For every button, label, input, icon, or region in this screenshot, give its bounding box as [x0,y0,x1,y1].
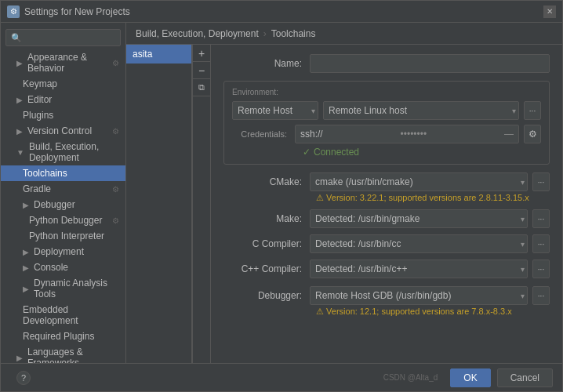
debugger-warning: ⚠ Version: 12.1; supported versions are … [316,307,550,317]
settings-icon: ⚙ [112,216,119,225]
connected-row: ✓ Connected [232,147,541,158]
cmake-dots-button[interactable]: ··· [532,172,550,191]
cpp-compiler-control: Detected: /usr/bin/c++ ▾ ··· [310,260,550,278]
expand-icon: ▶ [23,263,29,272]
sidebar-item-plugins[interactable]: Plugins [1,107,125,123]
check-icon: ✓ [303,147,311,158]
sidebar-item-languages[interactable]: ▶ Languages & Frameworks [1,344,125,363]
sidebar-item-embedded[interactable]: Embedded Development [1,302,125,328]
help-button[interactable]: ? [16,371,31,385]
debugger-warning-row: ⚠ Version: 12.1; supported versions are … [223,307,550,317]
environment-control: Remote Host Local Docker WSL ▾ [232,101,541,120]
sidebar-item-label: Gradle [23,183,51,194]
cancel-button[interactable]: Cancel [497,368,553,387]
debugger-select[interactable]: Remote Host GDB (/usr/bin/gdb) [310,286,528,305]
sidebar-item-build[interactable]: ▼ Build, Execution, Deployment [1,139,125,165]
toolchain-list-area: asita + − ⧉ [126,45,210,363]
sidebar-item-version-control[interactable]: ▶ Version Control ⚙ [1,123,125,139]
make-dots-button[interactable]: ··· [532,209,550,228]
c-compiler-select[interactable]: Detected: /usr/bin/cc [310,234,528,253]
sidebar-item-label: Version Control [27,125,92,136]
settings-window: ⚙ Settings for New Projects ✕ 🔍 ▶ Appear… [0,0,563,392]
title-bar-title: Settings for New Projects [24,6,130,17]
credentials-gear-button[interactable]: ⚙ [524,125,541,143]
debugger-section: Debugger: Remote Host GDB (/usr/bin/gdb)… [223,286,550,317]
debugger-select-wrapper[interactable]: Remote Host GDB (/usr/bin/gdb) ▾ [310,286,528,305]
cmake-select[interactable]: cmake (/usr/bin/cmake) [310,172,528,191]
environment-select-wrapper[interactable]: Remote Host Local Docker WSL ▾ [232,101,318,120]
sidebar-item-appearance[interactable]: ▶ Appearance & Behavior ⚙ [1,49,125,76]
cpp-compiler-row: C++ Compiler: Detected: /usr/bin/c++ ▾ ·… [223,260,550,278]
title-bar: ⚙ Settings for New Projects ✕ [1,1,562,23]
host-select-wrapper[interactable]: Remote Linux host ▾ [323,101,519,120]
copy-toolchain-button[interactable]: ⧉ [193,79,210,96]
add-toolchain-button[interactable]: + [193,45,210,62]
settings-icon: ⚙ [112,127,119,136]
c-compiler-dots-button[interactable]: ··· [532,234,550,253]
host-select[interactable]: Remote Linux host [323,101,519,120]
settings-area: Name: Environment: Remote Hos [211,45,562,363]
cpp-compiler-select[interactable]: Detected: /usr/bin/c++ [310,260,528,278]
expand-icon: ▶ [16,96,23,104]
environment-row: Remote Host Local Docker WSL ▾ [232,101,541,120]
sidebar: 🔍 ▶ Appearance & Behavior ⚙ Keymap ▶ Edi… [1,23,126,363]
search-box[interactable]: 🔍 [5,29,121,46]
credentials-host: •••••••• [326,129,501,140]
ok-button[interactable]: OK [450,368,490,387]
cmake-select-wrapper[interactable]: cmake (/usr/bin/cmake) ▾ [310,172,528,191]
environment-section: Environment: Remote Host Local Docker WS… [223,81,550,165]
sidebar-item-dynamic-analysis[interactable]: ▶ Dynamic Analysis Tools [1,275,125,302]
cpp-compiler-dots-button[interactable]: ··· [532,260,550,278]
expand-icon: ▶ [16,354,23,362]
sidebar-item-keymap[interactable]: Keymap [1,76,125,92]
close-button[interactable]: ✕ [543,5,556,18]
debugger-label: Debugger: [223,290,310,301]
search-icon: 🔍 [11,33,22,43]
sidebar-item-label: Required Plugins [23,331,94,342]
sidebar-item-toolchains[interactable]: Toolchains [1,165,125,181]
sidebar-item-label: Deployment [34,246,84,257]
sidebar-item-debugger[interactable]: ▶ Debugger [1,197,125,212]
sidebar-item-editor[interactable]: ▶ Editor [1,92,125,107]
sidebar-item-label: Python Interpreter [29,230,104,241]
sidebar-item-label: Keymap [23,78,57,89]
credentials-field-display: ssh:// •••••••• — [295,125,519,143]
name-input[interactable] [310,54,550,73]
toolchain-action-buttons: + − ⧉ [192,45,210,363]
sidebar-item-console[interactable]: ▶ Console [1,260,125,275]
cmake-label: CMake: [223,176,310,187]
c-compiler-select-wrapper[interactable]: Detected: /usr/bin/cc ▾ [310,234,528,253]
cmake-control: cmake (/usr/bin/cmake) ▾ ··· [310,172,550,191]
sidebar-item-python-interpreter[interactable]: Python Interpreter [1,228,125,244]
make-select-wrapper[interactable]: Detected: /usr/bin/gmake ▾ [310,209,528,228]
cmake-row: CMake: cmake (/usr/bin/cmake) ▾ ··· [223,172,550,191]
debugger-row: Debugger: Remote Host GDB (/usr/bin/gdb)… [223,286,550,305]
app-icon: ⚙ [7,5,20,18]
host-dots-button[interactable]: ··· [524,101,541,120]
search-input[interactable] [24,33,115,42]
expand-icon: ▶ [23,201,29,209]
environment-select[interactable]: Remote Host Local Docker WSL [232,101,318,120]
debugger-dots-button[interactable]: ··· [532,286,550,305]
sidebar-item-gradle[interactable]: Gradle ⚙ [1,181,125,197]
sidebar-item-required-plugins[interactable]: Required Plugins [1,328,125,344]
sidebar-item-label: Build, Execution, Deployment [29,141,119,163]
connected-label: Connected [314,147,359,158]
breadcrumb: Build, Execution, Deployment › Toolchain… [126,23,562,45]
sidebar-item-label: Editor [27,94,52,105]
sidebar-item-python-debugger[interactable]: Python Debugger ⚙ [1,212,125,228]
title-bar-left: ⚙ Settings for New Projects [7,5,130,18]
name-row: Name: [223,54,550,73]
cpp-compiler-select-wrapper[interactable]: Detected: /usr/bin/c++ ▾ [310,260,528,278]
make-select[interactable]: Detected: /usr/bin/gmake [310,209,528,228]
sidebar-item-label: Appearance & Behavior [27,52,109,74]
sidebar-item-deployment[interactable]: ▶ Deployment [1,244,125,260]
connected-status: ✓ Connected [303,147,541,158]
toolchain-list-item[interactable]: asita [126,45,191,64]
sidebar-item-label: Dynamic Analysis Tools [34,278,119,299]
main-content: 🔍 ▶ Appearance & Behavior ⚙ Keymap ▶ Edi… [1,23,562,363]
toolchain-list: asita [126,45,192,363]
toolchain-panel: asita + − ⧉ Name: [126,45,562,363]
remove-toolchain-button[interactable]: − [193,62,210,79]
debugger-control: Remote Host GDB (/usr/bin/gdb) ▾ ··· [310,286,550,305]
